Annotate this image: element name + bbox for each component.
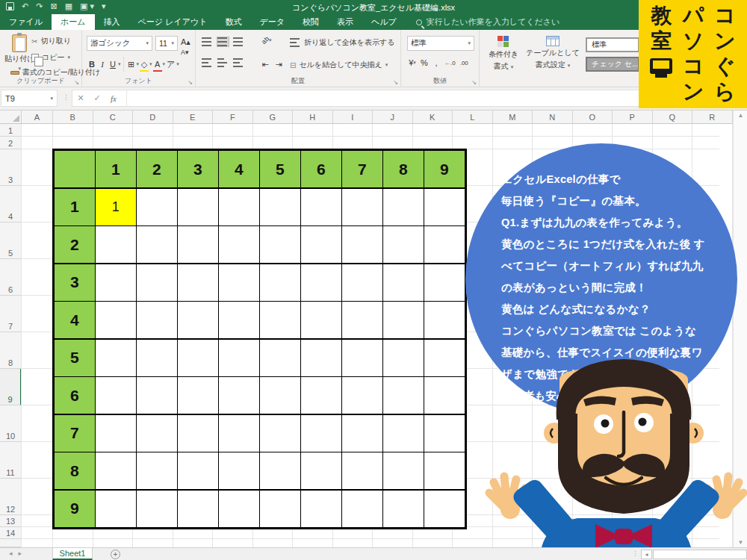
font-size-select[interactable]: 11▾	[155, 36, 178, 51]
table-cell-r2c2[interactable]	[137, 226, 177, 263]
table-cell-r9c8[interactable]	[383, 491, 424, 527]
column-header-K[interactable]: K	[413, 111, 453, 124]
align-right-icon[interactable]	[233, 58, 244, 67]
table-cell-r7c6[interactable]	[301, 415, 341, 452]
sheet-tab-sheet1[interactable]: Sheet1	[52, 548, 93, 560]
table-cell-r6c7[interactable]	[342, 377, 382, 414]
merge-center-button[interactable]: ⊟ セルを結合して中央揃え ▾	[290, 60, 388, 70]
paste-button[interactable]: 貼り付け ▾	[4, 34, 34, 72]
italic-button[interactable]: I	[97, 58, 108, 70]
row-header-11[interactable]: 11	[0, 442, 22, 479]
chevron-down-icon[interactable]: ▾	[118, 61, 121, 67]
table-cell-r6c4[interactable]	[219, 377, 259, 414]
fill-color-button[interactable]: ◇	[139, 58, 149, 70]
column-header-R[interactable]: R	[692, 111, 733, 124]
table-cell-r1c5[interactable]	[260, 189, 300, 225]
phonetic-guide-button[interactable]: ア	[165, 58, 176, 70]
table-cell-r1c3[interactable]	[178, 189, 218, 225]
column-header-H[interactable]: H	[293, 111, 333, 124]
name-box[interactable]: T9 ▾	[1, 90, 58, 107]
table-cell-r5c6[interactable]	[301, 340, 341, 376]
table-cell-r8c6[interactable]	[301, 452, 341, 489]
table-cell-r9c1[interactable]	[96, 491, 136, 527]
column-header-Q[interactable]: Q	[653, 111, 693, 124]
table-cell-r5c9[interactable]	[424, 340, 465, 376]
table-cell-r1c9[interactable]	[424, 189, 465, 225]
clipboard-dialog-launcher-icon[interactable]: ↘	[74, 79, 79, 86]
alignment-dialog-launcher-icon[interactable]: ↘	[393, 79, 398, 86]
currency-format-button[interactable]: ¥▾	[407, 57, 418, 69]
column-header-B[interactable]: B	[53, 111, 93, 124]
column-header-G[interactable]: G	[253, 111, 294, 124]
table-cell-r7c7[interactable]	[342, 415, 382, 452]
table-cell-r9c2[interactable]	[137, 491, 177, 527]
table-row-header-7[interactable]: 7	[55, 415, 95, 452]
table-cell-r3c8[interactable]	[383, 264, 424, 301]
increase-indent-button[interactable]: ⇥	[273, 58, 284, 70]
table-cell-r7c3[interactable]	[178, 415, 218, 452]
table-cell-r4c8[interactable]	[383, 302, 424, 338]
align-top-icon[interactable]	[202, 37, 213, 46]
table-cell-r4c6[interactable]	[301, 302, 341, 338]
orientation-button[interactable]: ab▾	[260, 34, 273, 46]
table-col-header-6[interactable]: 6	[301, 151, 341, 187]
table-cell-r4c9[interactable]	[424, 302, 465, 338]
table-cell-r4c2[interactable]	[137, 302, 177, 338]
ribbon-tab-2[interactable]: 挿入	[95, 14, 129, 30]
table-cell-r9c9[interactable]	[424, 491, 465, 527]
table-col-header-5[interactable]: 5	[260, 151, 300, 187]
table-cell-r6c3[interactable]	[178, 377, 218, 414]
table-cell-r2c1[interactable]	[96, 226, 136, 263]
table-cell-r7c5[interactable]	[260, 415, 300, 452]
table-cell-r7c8[interactable]	[383, 415, 424, 452]
table-cell-r5c8[interactable]	[383, 340, 424, 376]
column-header-L[interactable]: L	[453, 111, 493, 124]
row-header-14[interactable]: 14	[0, 527, 22, 539]
table-row-header-9[interactable]: 9	[55, 491, 95, 527]
ribbon-tab-0[interactable]: ファイル	[0, 14, 52, 30]
row-header-13[interactable]: 13	[0, 515, 22, 527]
copy-button[interactable]: コピー ▾	[31, 52, 70, 63]
font-dialog-launcher-icon[interactable]: ↘	[187, 79, 193, 86]
ribbon-tab-1[interactable]: ホーム	[52, 14, 95, 30]
font-name-select[interactable]: 游ゴシック▾	[87, 36, 152, 51]
table-cell-r8c9[interactable]	[424, 452, 465, 489]
format-as-table-button[interactable]: テーブルとして 書式設定 ▾	[524, 36, 581, 70]
row-header-8[interactable]: 8	[0, 332, 22, 369]
conditional-formatting-button[interactable]: 条件付き 書式 ▾	[486, 36, 521, 72]
ribbon-tab-6[interactable]: 校閲	[294, 14, 328, 30]
tell-me-search[interactable]: 実行したい作業を入力してください	[416, 14, 560, 30]
table-cell-r3c4[interactable]	[219, 264, 259, 301]
enter-button[interactable]: ✓	[89, 93, 105, 103]
table-cell-r6c8[interactable]	[383, 377, 424, 414]
table-cell-r5c1[interactable]	[96, 340, 136, 376]
shrink-font-button[interactable]: A▾	[179, 46, 190, 58]
table-row-header-8[interactable]: 8	[55, 452, 95, 489]
table-cell-r3c3[interactable]	[178, 264, 218, 301]
table-cell-r5c3[interactable]	[178, 340, 218, 376]
underline-button[interactable]: U	[108, 58, 118, 70]
insert-function-button[interactable]: fx	[105, 94, 122, 103]
table-cell-r8c8[interactable]	[383, 452, 424, 489]
table-cell-r2c7[interactable]	[342, 226, 382, 263]
cell-style-check[interactable]: チェック セ...	[586, 57, 639, 72]
table-cell-r4c3[interactable]	[178, 302, 218, 338]
column-header-P[interactable]: P	[613, 111, 653, 124]
table-row-header-1[interactable]: 1	[55, 189, 95, 225]
number-format-select[interactable]: 標準▾	[407, 36, 474, 51]
sheet-nav-arrows[interactable]: ◂▸	[9, 550, 28, 557]
decrease-indent-button[interactable]: ⇤	[260, 58, 270, 70]
table-cell-r3c7[interactable]	[342, 264, 382, 301]
cancel-button[interactable]: ✕	[72, 93, 89, 103]
align-middle-icon[interactable]	[217, 37, 229, 46]
bold-button[interactable]: B	[87, 58, 97, 70]
table-cell-r2c6[interactable]	[301, 226, 341, 263]
column-header-C[interactable]: C	[93, 111, 134, 124]
borders-button[interactable]: ⊞	[126, 58, 137, 70]
wrap-text-button[interactable]: 折り返して全体を表示する	[290, 37, 394, 48]
cut-button[interactable]: ✂ 切り取り	[31, 36, 71, 46]
table-cell-r2c3[interactable]	[178, 226, 218, 263]
hscroll-left-icon[interactable]: ◂	[641, 550, 652, 559]
row-header-partial[interactable]	[0, 539, 22, 547]
table-cell-r9c4[interactable]	[219, 491, 259, 527]
